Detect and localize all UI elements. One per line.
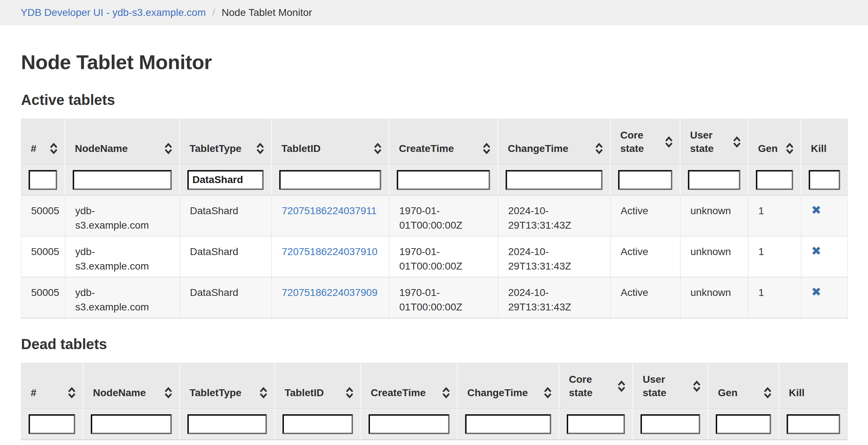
column-label: # <box>31 142 37 155</box>
column-header-kill: Kill <box>801 119 847 165</box>
dead-filter-tablettype[interactable] <box>187 414 267 434</box>
column-header-userstate[interactable]: User state <box>681 119 749 165</box>
column-label: # <box>31 386 37 399</box>
cell-createtime: 1970-01-01T00:00:00Z <box>390 196 498 237</box>
column-header-changetime[interactable]: ChangeTime <box>458 363 559 409</box>
column-label: CreateTime <box>371 386 426 399</box>
sort-icon <box>256 143 264 154</box>
sort-icon <box>259 387 268 399</box>
dead-filter-createtime[interactable] <box>369 414 450 434</box>
sort-icon <box>733 136 741 148</box>
dead-filter-nodename[interactable] <box>91 414 172 434</box>
sort-icon <box>345 387 354 399</box>
sort-icon <box>442 387 450 399</box>
sort-icon <box>786 143 794 154</box>
breadcrumb-root-link[interactable]: YDB Developer UI - ydb-s3.example.com <box>21 7 206 18</box>
cell-createtime: 1970-01-01T00:00:00Z <box>390 237 498 277</box>
active-tablets-table: # NodeName TabletType TabletID CreateTim… <box>21 119 848 319</box>
active-filter-createtime[interactable] <box>397 170 490 190</box>
cell-tabletid: 72075186224037911 <box>272 196 390 237</box>
sort-icon <box>68 387 76 399</box>
tablet-id-link[interactable]: 72075186224037910 <box>282 246 378 257</box>
active-filter-num[interactable] <box>29 170 57 190</box>
column-label: NodeName <box>93 386 146 399</box>
kill-button[interactable]: ✖ <box>811 204 821 217</box>
active-filter-tablettype[interactable] <box>187 170 264 190</box>
column-label: Core state <box>620 128 654 155</box>
active-tablets-heading: Active tablets <box>21 92 868 108</box>
dead-filter-changetime[interactable] <box>465 414 551 434</box>
active-filter-gen[interactable] <box>756 170 793 190</box>
column-header-userstate[interactable]: User state <box>633 363 709 409</box>
table-row: 50005 ydb-s3.example.com DataShard 72075… <box>21 277 847 318</box>
dead-filter-corestate[interactable] <box>567 414 625 434</box>
active-filter-changetime[interactable] <box>506 170 603 190</box>
tablet-id-link[interactable]: 72075186224037911 <box>282 205 377 216</box>
column-header-tablettype[interactable]: TabletType <box>180 363 275 409</box>
active-filter-corestate[interactable] <box>618 170 672 190</box>
cell-nodename: ydb-s3.example.com <box>65 277 180 318</box>
cell-kill: ✖ <box>801 277 847 318</box>
active-filter-tabletid[interactable] <box>279 170 381 190</box>
column-label: TabletType <box>190 386 242 399</box>
dead-filter-row <box>21 409 847 440</box>
cell-corestate: Active <box>611 277 681 318</box>
sort-icon <box>164 143 173 154</box>
kill-button[interactable]: ✖ <box>811 285 821 298</box>
dead-filter-gen[interactable] <box>716 414 771 434</box>
sort-icon <box>50 143 58 154</box>
active-filter-kill[interactable] <box>809 170 840 190</box>
cell-createtime: 1970-01-01T00:00:00Z <box>390 277 498 318</box>
dead-tablets-heading: Dead tablets <box>21 336 868 352</box>
dead-filter-userstate[interactable] <box>641 414 700 434</box>
cell-tablettype: DataShard <box>180 237 272 277</box>
cell-gen: 1 <box>749 237 801 277</box>
cell-nodename: ydb-s3.example.com <box>65 237 180 277</box>
sort-icon <box>164 387 173 399</box>
sort-icon <box>374 143 382 154</box>
column-header-changetime[interactable]: ChangeTime <box>498 119 611 165</box>
column-header-num[interactable]: # <box>21 119 65 165</box>
column-header-nodename[interactable]: NodeName <box>65 119 180 165</box>
column-header-kill: Kill <box>779 363 847 409</box>
sort-icon <box>482 143 491 154</box>
active-filter-userstate[interactable] <box>688 170 740 190</box>
column-header-tabletid[interactable]: TabletID <box>272 119 390 165</box>
column-label: ChangeTime <box>508 142 569 155</box>
column-header-corestate[interactable]: Core state <box>611 119 681 165</box>
cell-changetime: 2024-10-29T13:31:43Z <box>498 277 611 318</box>
column-header-corestate[interactable]: Core state <box>559 363 633 409</box>
column-label: Kill <box>789 386 805 399</box>
column-header-tablettype[interactable]: TabletType <box>180 119 272 165</box>
cell-num: 50005 <box>21 277 65 318</box>
column-header-gen[interactable]: Gen <box>709 363 779 409</box>
dead-filter-kill[interactable] <box>787 414 840 434</box>
sort-icon <box>763 387 772 399</box>
column-header-num[interactable]: # <box>21 363 84 409</box>
sort-icon <box>665 136 673 148</box>
dead-tablets-table: # NodeName TabletType TabletID CreateTim… <box>21 363 848 440</box>
dead-filter-num[interactable] <box>29 414 75 434</box>
table-row: 50005 ydb-s3.example.com DataShard 72075… <box>21 196 847 237</box>
column-header-tabletid[interactable]: TabletID <box>275 363 361 409</box>
cell-corestate: Active <box>611 237 681 277</box>
cell-tabletid: 72075186224037909 <box>272 277 390 318</box>
sort-icon <box>595 143 603 154</box>
tablet-id-link[interactable]: 72075186224037909 <box>282 287 378 298</box>
cell-gen: 1 <box>749 196 801 237</box>
page-title: Node Tablet Monitor <box>21 51 868 73</box>
column-header-nodename[interactable]: NodeName <box>84 363 180 409</box>
dead-filter-tabletid[interactable] <box>282 414 353 434</box>
breadcrumb: YDB Developer UI - ydb-s3.example.com / … <box>0 0 868 25</box>
active-filter-nodename[interactable] <box>73 170 172 190</box>
column-header-createtime[interactable]: CreateTime <box>390 119 498 165</box>
cell-tablettype: DataShard <box>180 277 272 318</box>
column-header-gen[interactable]: Gen <box>749 119 801 165</box>
cell-userstate: unknown <box>681 277 749 318</box>
column-label: Core state <box>569 373 602 399</box>
kill-button[interactable]: ✖ <box>811 245 821 258</box>
cell-num: 50005 <box>21 196 65 237</box>
column-label: TabletID <box>281 142 320 155</box>
column-header-createtime[interactable]: CreateTime <box>361 363 458 409</box>
cell-num: 50005 <box>21 237 65 277</box>
